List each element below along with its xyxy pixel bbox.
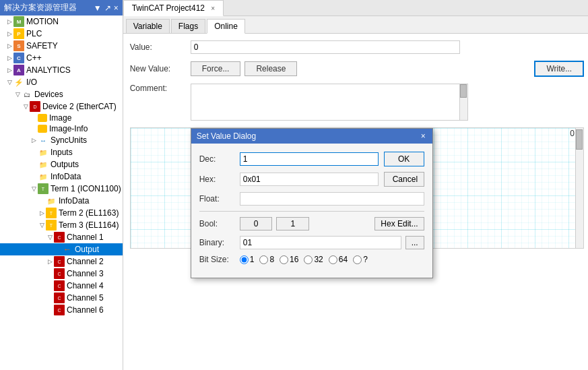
grid-scrollbar-thumb[interactable] (576, 129, 583, 150)
main-tab-project[interactable]: TwinCAT Project412 × (123, 0, 224, 16)
tree-item-inputs[interactable]: 📁 Inputs (0, 146, 123, 158)
image-icon (38, 114, 47, 122)
new-value-row: New Value: Force... Release Write... (130, 61, 585, 77)
tab-online-label: Online (214, 22, 238, 31)
expand-syncunits[interactable]: ▷ (30, 137, 38, 144)
tree-item-cpp[interactable]: ▷ C C++ (0, 52, 123, 64)
float-input[interactable] (240, 192, 424, 206)
channel1-icon: C (54, 232, 65, 243)
comment-row: Comment: (130, 84, 585, 121)
io-label: I/O (26, 78, 37, 87)
output1-label: Output (75, 245, 99, 254)
tree-item-motion[interactable]: ▷ M MOTION (0, 16, 123, 28)
infodata2-icon: 📁 (46, 195, 57, 206)
tab-online[interactable]: Online (207, 19, 245, 34)
channel2-icon: C (54, 256, 65, 267)
tree-item-channel3[interactable]: C Channel 3 (0, 268, 123, 280)
syncunits-label: SyncUnits (51, 135, 87, 145)
expand-cpp[interactable]: ▷ (5, 55, 13, 61)
bitsize-q[interactable]: ? (353, 255, 368, 264)
tree-item-devices[interactable]: ▽ 🗂 Devices (0, 88, 123, 100)
dialog-titlebar: Set Value Dialog × (191, 129, 432, 144)
tab-variable[interactable]: Variable (126, 19, 170, 33)
svg-text:0: 0 (570, 129, 575, 138)
ok-button[interactable]: OK (384, 152, 424, 166)
bitsize-8[interactable]: 8 (259, 255, 274, 264)
force-button[interactable]: Force... (191, 61, 241, 76)
plc-label: PLC (26, 29, 42, 38)
comment-scrollbar[interactable] (460, 84, 468, 121)
expand-term1[interactable]: ▽ (30, 185, 38, 192)
binary-edit-button[interactable]: ... (405, 236, 424, 249)
bitsize-64[interactable]: 64 (329, 255, 348, 264)
expand-term2[interactable]: ▷ (38, 210, 46, 216)
tree-item-io[interactable]: ▽ ⚡ I/O (0, 76, 123, 88)
expand-term3[interactable]: ▽ (38, 222, 46, 228)
analytics-icon: A (13, 65, 24, 75)
tab-flags-label: Flags (178, 22, 198, 31)
expand-device2[interactable]: ▽ (22, 103, 30, 110)
expand-analytics[interactable]: ▷ (5, 67, 13, 73)
main-tab-close[interactable]: × (211, 5, 215, 12)
grid-scrollbar[interactable] (575, 128, 583, 248)
hex-input[interactable] (240, 173, 379, 186)
value-input[interactable] (191, 40, 460, 54)
titlebar-icons: ▼ ↗ × (94, 3, 119, 13)
expand-safety[interactable]: ▷ (5, 42, 13, 49)
write-button[interactable]: Write... (534, 61, 584, 77)
close-icon[interactable]: × (114, 3, 119, 13)
tree-item-output1[interactable]: ← Output (0, 243, 123, 255)
expand-channel6 (46, 307, 54, 313)
bool-1-button[interactable]: 1 (276, 217, 309, 230)
channel4-icon: C (54, 280, 65, 291)
dec-input[interactable] (240, 152, 379, 166)
tree-item-outputs[interactable]: 📁 Outputs (0, 158, 123, 171)
release-button[interactable]: Release (244, 61, 297, 76)
tree-item-term1[interactable]: ▽ T Term 1 (ICON1100) (0, 183, 123, 195)
comment-input[interactable] (191, 84, 460, 121)
hex-edit-button[interactable]: Hex Edit... (374, 217, 424, 230)
expand-motion[interactable]: ▷ (5, 18, 13, 25)
dock-icon[interactable]: ↗ (104, 3, 111, 13)
bitsize-16[interactable]: 16 (280, 255, 298, 264)
bitsize-32[interactable]: 32 (304, 255, 323, 264)
pin-icon[interactable]: ▼ (94, 3, 102, 13)
tree-item-channel1[interactable]: ▽ C Channel 1 (0, 231, 123, 243)
tree-item-infodata2[interactable]: 📁 InfoData (0, 195, 123, 207)
tree-item-syncunits[interactable]: ▷ ↔ SyncUnits (0, 134, 123, 146)
tree-item-plc[interactable]: ▷ P PLC (0, 28, 123, 40)
tree-item-channel2[interactable]: ▷ C Channel 2 (0, 255, 123, 268)
tree-item-device2[interactable]: ▽ D Device 2 (EtherCAT) (0, 100, 123, 113)
device2-label: Device 2 (EtherCAT) (42, 102, 117, 111)
channel3-label: Channel 3 (67, 269, 104, 278)
tree-item-analytics[interactable]: ▷ A ANALYTICS (0, 64, 123, 76)
expand-plc[interactable]: ▷ (5, 30, 13, 37)
expand-io[interactable]: ▽ (5, 79, 13, 86)
channel5-icon: C (54, 292, 65, 303)
tree-item-infodata[interactable]: 📁 InfoData (0, 171, 123, 183)
cancel-button[interactable]: Cancel (384, 172, 424, 187)
main-tabbar: TwinCAT Project412 × (123, 0, 588, 16)
content-area: Variable Flags Online Value: New Value: … (123, 16, 588, 370)
image-label: Image (49, 113, 71, 123)
inputs-icon: 📁 (38, 147, 48, 158)
tree-item-safety[interactable]: ▷ S SAFETY (0, 40, 123, 52)
expand-channel1[interactable]: ▽ (46, 234, 54, 241)
term3-icon: T (46, 220, 57, 230)
expand-channel2[interactable]: ▷ (46, 258, 54, 265)
binary-input[interactable] (240, 236, 401, 249)
tree-item-term3[interactable]: ▽ T Term 3 (EL1164) (0, 219, 123, 231)
tab-flags[interactable]: Flags (171, 19, 205, 33)
expand-channel3 (46, 270, 54, 277)
tree-item-imageinfo[interactable]: Image-Info (0, 123, 123, 134)
channel5-label: Channel 5 (67, 293, 104, 303)
expand-devices[interactable]: ▽ (13, 91, 22, 98)
tree-item-channel4[interactable]: C Channel 4 (0, 280, 123, 292)
bool-0-button[interactable]: 0 (240, 217, 273, 230)
bitsize-1[interactable]: 1 (240, 255, 255, 264)
tree-item-channel5[interactable]: C Channel 5 (0, 292, 123, 304)
tree-item-term2[interactable]: ▷ T Term 2 (EL1163) (0, 207, 123, 219)
tree-item-image[interactable]: Image (0, 113, 123, 123)
tree-item-channel6[interactable]: C Channel 6 (0, 304, 123, 316)
dialog-close-button[interactable]: × (420, 131, 427, 141)
